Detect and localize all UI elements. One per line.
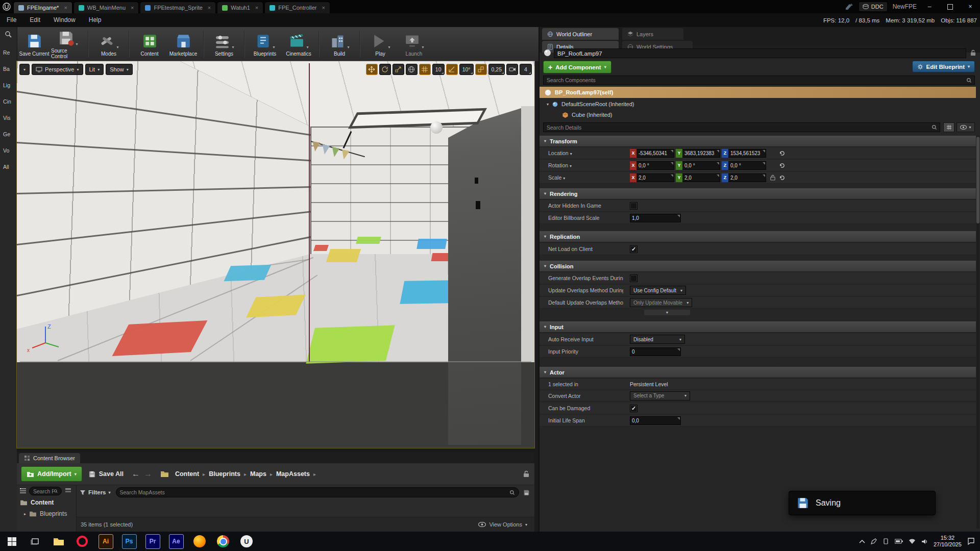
asset-tab-fpe-controller[interactable]: FPE_Controller × — [264, 2, 330, 13]
show-flags-button[interactable]: Show▾ — [106, 64, 133, 75]
location-y-field[interactable]: 3683,192383 — [682, 149, 720, 158]
input-priority-field[interactable]: 0 — [630, 347, 681, 356]
settings-button[interactable]: ▾ Settings — [207, 29, 241, 60]
section-collision[interactable]: ▾Collision — [540, 261, 976, 272]
reset-to-default-icon[interactable] — [779, 151, 785, 156]
lock-icon[interactable] — [523, 470, 529, 478]
actor-hidden-checkbox[interactable] — [630, 202, 638, 210]
volume-icon[interactable] — [921, 539, 928, 544]
rotation-x-field[interactable]: 0,0 ° — [636, 161, 674, 170]
layout-icon[interactable] — [845, 3, 853, 10]
category-recently-placed[interactable]: Re — [0, 49, 17, 56]
rotation-snap-toggle[interactable] — [446, 64, 458, 75]
modes-button[interactable]: ▾ Modes — [92, 29, 126, 60]
save-current-button[interactable]: Save Current — [17, 29, 51, 60]
minimize-button[interactable]: – — [922, 0, 937, 13]
reset-to-default-icon[interactable] — [779, 163, 785, 168]
actor-name-field[interactable]: BP_RoofLamp97 — [554, 48, 966, 58]
close-icon[interactable]: × — [64, 5, 67, 11]
category-cinematic[interactable]: Cin — [0, 98, 17, 105]
breadcrumb-blueprints[interactable]: Blueprints — [209, 470, 240, 478]
perspective-button[interactable]: Perspective▾ — [32, 64, 83, 75]
menu-edit[interactable]: Edit — [23, 13, 47, 27]
view-options-button[interactable]: View Options▾ — [478, 521, 527, 528]
sources-toggle-icon[interactable] — [19, 488, 27, 494]
menu-window[interactable]: Window — [47, 13, 82, 27]
firefox-button[interactable] — [188, 532, 211, 551]
file-explorer-button[interactable] — [47, 532, 70, 551]
category-basic[interactable]: Ba — [0, 66, 17, 72]
save-all-button[interactable]: Save All — [88, 470, 124, 478]
battery-icon[interactable] — [895, 539, 903, 544]
category-volumes[interactable]: Vo — [0, 147, 17, 154]
menu-file[interactable]: File — [0, 13, 23, 27]
initial-life-span-field[interactable]: 0,0 — [630, 416, 681, 425]
save-search-icon[interactable] — [523, 489, 530, 496]
opera-gx-button[interactable] — [70, 532, 94, 551]
close-icon[interactable]: × — [208, 5, 211, 11]
breadcrumb-mapassets[interactable]: MapAssets — [276, 470, 310, 478]
marketplace-button[interactable]: Marketplace — [166, 29, 200, 60]
asset-tab-wb-mainmenu[interactable]: WB_MainMenu × — [74, 2, 139, 13]
source-control-button[interactable]: ▾ Source Control — [51, 29, 85, 60]
sources-folder-blueprints[interactable]: ▸ Blueprints — [24, 510, 67, 517]
grid-snap-value[interactable]: 10 — [432, 64, 445, 75]
viewport-options-dropdown[interactable]: ▾ — [19, 64, 30, 75]
search-components-input[interactable]: Search Components — [543, 76, 975, 85]
update-overlaps-dropdown[interactable]: Use Config Default▾ — [630, 286, 686, 295]
component-row-self[interactable]: BP_RoofLamp97(self) — [540, 87, 976, 98]
world-local-toggle[interactable] — [406, 64, 418, 75]
expander-icon[interactable]: ▸ — [24, 512, 26, 516]
camera-speed-value[interactable]: 4 — [520, 64, 532, 75]
component-row-scene-root[interactable]: ▾ DefaultSceneRoot (Inherited) — [540, 99, 976, 109]
section-replication[interactable]: ▾Replication — [540, 231, 976, 242]
close-icon[interactable]: × — [255, 5, 258, 11]
can-be-damaged-checkbox[interactable]: ✓ — [630, 405, 638, 412]
show-advanced-button[interactable]: ▼ — [644, 310, 690, 315]
search-paths-input[interactable]: Search P — [29, 487, 62, 495]
net-load-checkbox[interactable]: ✓ — [630, 245, 638, 253]
asset-tab-watuh1[interactable]: Watuh1 × — [217, 2, 263, 13]
content-browser-tab[interactable]: Content Browser — [19, 453, 80, 463]
maximize-button[interactable] — [942, 0, 958, 13]
notification-center-icon[interactable] — [967, 538, 975, 545]
rotation-label[interactable]: Rotation ▾ — [548, 162, 623, 168]
location-z-field[interactable]: 1534,561523 — [728, 149, 766, 158]
play-button[interactable]: ▾ Play — [363, 29, 397, 60]
component-row-cube[interactable]: Cube (Inherited) — [540, 110, 976, 120]
close-icon[interactable]: × — [131, 5, 134, 11]
rotation-snap-value[interactable]: 10° — [459, 64, 474, 75]
lit-mode-button[interactable]: Lit▾ — [85, 64, 104, 75]
category-geometry[interactable]: Ge — [0, 131, 17, 137]
scale-y-field[interactable]: 2,0 — [682, 173, 720, 182]
asset-tab-fpeingame[interactable]: FPEIngame* × — [13, 2, 72, 13]
illustrator-button[interactable]: Ai — [94, 532, 117, 551]
network-icon[interactable] — [909, 539, 916, 544]
location-x-field[interactable]: -5346,50341 — [636, 149, 674, 158]
forward-button[interactable]: → — [144, 469, 152, 479]
category-lights[interactable]: Lig — [0, 82, 17, 88]
premiere-button[interactable]: Pr — [141, 532, 164, 551]
folder-tree-icon[interactable] — [160, 470, 169, 478]
scale-label[interactable]: Scale ▾ — [548, 174, 623, 181]
auto-receive-dropdown[interactable]: Disabled▾ — [630, 335, 685, 344]
scale-z-field[interactable]: 2,0 — [728, 173, 766, 182]
asset-tab-fpetestmap-sprite[interactable]: FPEtestmap_Sprite × — [140, 2, 216, 13]
section-transform[interactable]: ▾Transform — [540, 136, 976, 147]
tab-layers[interactable]: Layers — [622, 28, 683, 40]
breadcrumb-maps[interactable]: Maps — [250, 470, 266, 478]
cinematics-button[interactable]: ▾ Cinematics — [282, 29, 315, 60]
location-label[interactable]: Location ▾ — [548, 150, 623, 156]
search-details-input[interactable]: Search Details — [543, 122, 940, 132]
back-button[interactable]: ← — [132, 469, 140, 479]
launch-button[interactable]: ▾ Launch — [397, 29, 431, 60]
expander-icon[interactable]: ▾ — [547, 102, 549, 107]
collections-icon[interactable] — [65, 488, 71, 494]
category-all-classes[interactable]: All — [0, 164, 17, 170]
build-button[interactable]: ▾ Build — [323, 29, 356, 60]
sources-folder-content[interactable]: Content — [20, 499, 54, 506]
camera-speed-button[interactable] — [506, 64, 518, 75]
rotation-y-field[interactable]: 0,0 ° — [682, 161, 720, 170]
scale-x-field[interactable]: 2,0 — [636, 173, 674, 182]
level-viewport[interactable]: Z x ▾ Perspective▾ Lit▾ Show▾ — [17, 61, 534, 448]
